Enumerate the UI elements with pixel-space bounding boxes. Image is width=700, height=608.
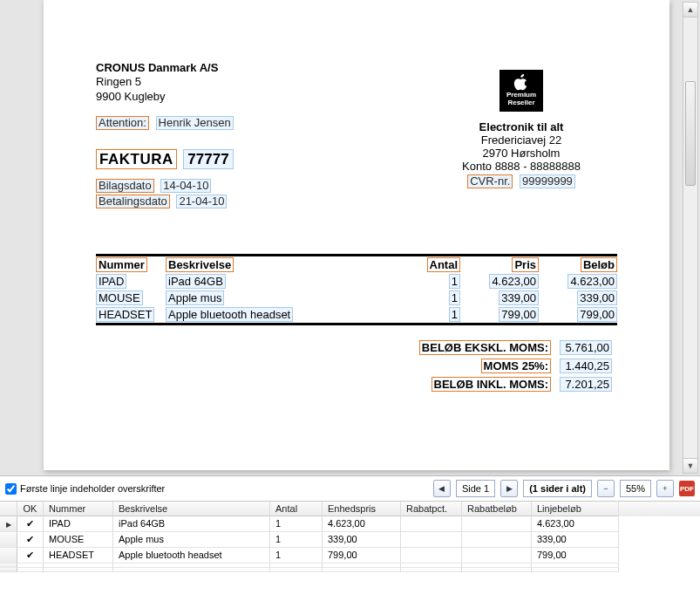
invoice-title: FAKTURA <box>96 149 177 169</box>
page-label: Side <box>462 483 481 494</box>
grid-header-row: OK Nummer Beskrivelse Antal Enhedspris R… <box>0 502 700 516</box>
apple-reseller-logo: Premium Reseller <box>500 70 543 112</box>
grid-row[interactable]: ✔IPADiPad 64GB14.623,004.623,00 <box>0 516 700 532</box>
zoom-out-button[interactable]: − <box>597 480 615 497</box>
cell-unitprice[interactable]: 799,00 <box>323 548 401 564</box>
first-line-header-checkbox[interactable]: Første linje indeholder overskrifter <box>5 483 165 495</box>
doc-date-label: Bilagsdato <box>96 179 154 193</box>
cell-ok[interactable]: ✔ <box>17 532 44 548</box>
cell-linebel[interactable]: 799,00 <box>532 548 619 564</box>
logo-text2: Reseller <box>500 99 543 106</box>
reseller-addr2: 2970 Hørsholm <box>447 147 595 160</box>
invoice-page: CRONUS Danmark A/S Ringen 5 9900 Kugleby… <box>44 0 669 470</box>
total-ex-value: 5.761,00 <box>560 340 612 355</box>
pdf-icon[interactable]: PDF <box>679 481 695 496</box>
grid-row[interactable]: ✔HEADSETApple bluetooth headset1799,0079… <box>0 548 700 564</box>
doc-date-value: 14-04-10 <box>160 179 211 193</box>
cell-linebel[interactable]: 4.623,00 <box>532 516 619 532</box>
attention-label: Attention: <box>96 116 149 130</box>
scroll-up-icon[interactable]: ▲ <box>683 3 697 17</box>
zoom-in-button[interactable]: + <box>656 480 674 497</box>
attention-value: Henrik Jensen <box>156 116 234 130</box>
cell-qty[interactable]: 1 <box>270 548 323 564</box>
grid-hdr-num[interactable]: Nummer <box>44 502 113 516</box>
hdr-antal: Antal <box>427 257 461 272</box>
scroll-down-icon[interactable]: ▼ <box>683 458 697 473</box>
hdr-nummer: Nummer <box>96 257 147 272</box>
total-vat-value: 1.440,25 <box>560 359 612 373</box>
cvr-value: 99999999 <box>520 174 575 188</box>
data-grid[interactable]: OK Nummer Beskrivelse Antal Enhedspris R… <box>0 501 700 572</box>
page-value: 1 <box>484 483 489 494</box>
cell-qty[interactable]: 1 <box>270 532 323 548</box>
cell-unitprice[interactable]: 4.623,00 <box>323 516 401 532</box>
grid-hdr-rabatpct[interactable]: Rabatpct. <box>401 502 462 516</box>
row-selector[interactable] <box>0 532 17 548</box>
reseller-block: Premium Reseller Electronik til alt Fred… <box>447 70 595 188</box>
reseller-name: Electronik til alt <box>447 120 595 133</box>
cell-num[interactable]: HEADSET <box>44 548 113 564</box>
line-amount: 339,00 <box>577 290 617 305</box>
cell-desc[interactable]: Apple bluetooth headset <box>113 548 270 564</box>
total-vat-label: MOMS 25%: <box>481 359 551 373</box>
grid-row[interactable]: ✔MOUSEApple mus1339,00339,00 <box>0 532 700 548</box>
preview-scrollbar[interactable]: ▲ ▼ <box>683 2 698 474</box>
first-line-header-input[interactable] <box>5 483 17 495</box>
next-page-button[interactable]: ▶ <box>500 480 518 497</box>
cell-desc[interactable]: Apple mus <box>113 532 270 548</box>
cell-unitprice[interactable]: 339,00 <box>323 532 401 548</box>
grid-hdr-ok[interactable]: OK <box>17 502 44 516</box>
page-indicator: Side 1 <box>456 480 495 497</box>
cell-rabatbel[interactable] <box>462 532 532 548</box>
row-selector[interactable] <box>0 516 17 532</box>
line-num: IPAD <box>96 274 126 289</box>
cvr-label: CVR-nr. <box>467 174 513 188</box>
line-price: 339,00 <box>499 290 539 305</box>
line-desc: iPad 64GB <box>166 274 226 289</box>
line-num: MOUSE <box>96 290 143 305</box>
pay-date-value: 21-04-10 <box>176 195 227 208</box>
toolbar: Første linje indeholder overskrifter ◀ S… <box>0 476 700 501</box>
cell-num[interactable]: MOUSE <box>44 532 113 548</box>
reseller-addr1: Fredericiavej 22 <box>447 133 595 147</box>
reseller-account: Konto 8888 - 88888888 <box>447 160 595 173</box>
prev-page-button[interactable]: ◀ <box>433 480 451 497</box>
hdr-beskrivelse: Beskrivelse <box>166 257 234 272</box>
first-line-header-label: Første linje indeholder overskrifter <box>20 483 165 494</box>
cell-qty[interactable]: 1 <box>270 516 323 532</box>
invoice-line: MOUSEApple mus1339,00339,00 <box>96 290 617 306</box>
document-preview-pane: CRONUS Danmark A/S Ringen 5 9900 Kugleby… <box>0 0 700 476</box>
line-amount: 799,00 <box>577 307 617 322</box>
grid-hdr-rabatbel[interactable]: Rabatbeløb <box>462 502 532 516</box>
cell-rabatpct[interactable] <box>401 532 462 548</box>
line-price: 799,00 <box>499 307 539 322</box>
line-desc: Apple bluetooth headset <box>166 307 293 322</box>
grid-hdr-qty[interactable]: Antal <box>270 502 323 516</box>
grid-hdr-linebel[interactable]: Linjebeløb <box>532 502 619 516</box>
invoice-line: HEADSETApple bluetooth headset1799,00799… <box>96 306 617 323</box>
cell-linebel[interactable]: 339,00 <box>532 532 619 548</box>
row-selector[interactable] <box>0 548 17 564</box>
cell-ok[interactable]: ✔ <box>17 516 44 532</box>
grid-hdr-desc[interactable]: Beskrivelse <box>113 502 270 516</box>
hdr-pris: Pris <box>512 257 539 272</box>
cell-rabatpct[interactable] <box>401 516 462 532</box>
cell-num[interactable]: IPAD <box>44 516 113 532</box>
logo-text1: Premium <box>500 91 543 99</box>
scroll-thumb[interactable] <box>685 81 696 186</box>
line-amount: 4.623,00 <box>567 274 617 289</box>
cell-ok[interactable]: ✔ <box>17 548 44 564</box>
line-desc: Apple mus <box>166 290 224 305</box>
cell-desc[interactable]: iPad 64GB <box>113 516 270 532</box>
total-inc-label: BELØB INKL. MOMS: <box>432 377 551 392</box>
line-price: 4.623,00 <box>489 274 539 289</box>
invoice-line: IPADiPad 64GB14.623,004.623,00 <box>96 273 617 290</box>
hdr-belob: Beløb <box>581 257 617 272</box>
cell-rabatbel[interactable] <box>462 516 532 532</box>
invoice-number: 77777 <box>183 149 233 169</box>
cell-rabatpct[interactable] <box>401 548 462 564</box>
grid-empty-row[interactable] <box>0 568 700 572</box>
grid-hdr-unitprice[interactable]: Enhedspris <box>323 502 401 516</box>
total-ex-label: BELØB EKSKL. MOMS: <box>419 340 551 355</box>
cell-rabatbel[interactable] <box>462 548 532 564</box>
